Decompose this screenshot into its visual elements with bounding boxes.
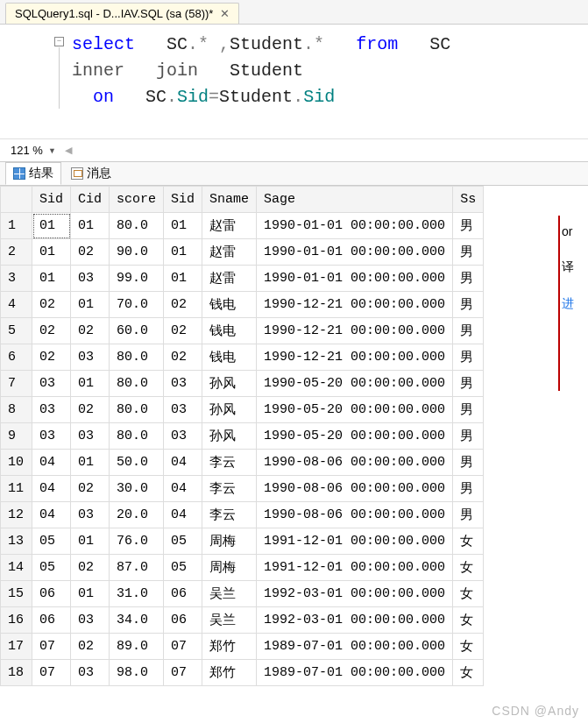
table-row[interactable]: 12040320.004李云1990-08-06 00:00:00.000男 <box>1 502 484 528</box>
close-icon[interactable]: ✕ <box>220 7 230 20</box>
data-cell[interactable]: 03 <box>32 397 71 423</box>
data-cell[interactable]: 赵雷 <box>202 213 257 239</box>
data-cell[interactable]: 钱电 <box>202 344 257 371</box>
table-row[interactable]: 7030180.003孙风1990-05-20 00:00:00.000男 <box>1 371 484 397</box>
data-cell[interactable]: 02 <box>32 344 71 371</box>
table-row[interactable]: 13050176.005周梅1991-12-01 00:00:00.000女 <box>1 528 484 555</box>
table-row[interactable]: 5020260.002钱电1990-12-21 00:00:00.000男 <box>1 318 484 344</box>
data-cell[interactable]: 01 <box>164 266 202 292</box>
data-cell[interactable]: 06 <box>164 607 202 634</box>
data-cell[interactable]: 60.0 <box>110 318 164 344</box>
nav-left-icon[interactable]: ◀ <box>65 145 72 156</box>
data-cell[interactable]: 80.0 <box>110 371 164 397</box>
data-cell[interactable]: 02 <box>71 555 110 581</box>
data-cell[interactable]: 男 <box>453 397 484 423</box>
data-cell[interactable]: 吴兰 <box>202 581 257 607</box>
data-cell[interactable]: 1991-12-01 00:00:00.000 <box>257 528 453 555</box>
data-cell[interactable]: 07 <box>32 634 71 660</box>
data-cell[interactable]: 女 <box>453 555 484 581</box>
data-cell[interactable]: 女 <box>453 528 484 555</box>
table-row[interactable]: 18070398.007郑竹1989-07-01 00:00:00.000女 <box>1 660 484 686</box>
data-cell[interactable]: 07 <box>164 660 202 686</box>
data-cell[interactable]: 05 <box>32 555 71 581</box>
data-cell[interactable]: 06 <box>164 581 202 607</box>
data-cell[interactable]: 04 <box>164 502 202 528</box>
data-cell[interactable]: 01 <box>32 266 71 292</box>
data-cell[interactable]: 1990-12-21 00:00:00.000 <box>257 344 453 371</box>
col-header[interactable]: Sid <box>164 187 202 213</box>
data-cell[interactable]: 04 <box>32 476 71 502</box>
data-cell[interactable]: 70.0 <box>110 292 164 318</box>
data-cell[interactable]: 03 <box>71 660 110 686</box>
data-cell[interactable]: 03 <box>164 371 202 397</box>
data-cell[interactable]: 06 <box>32 581 71 607</box>
data-cell[interactable]: 50.0 <box>110 450 164 476</box>
table-row[interactable]: 15060131.006吴兰1992-03-01 00:00:00.000女 <box>1 581 484 607</box>
data-cell[interactable]: 男 <box>453 318 484 344</box>
data-cell[interactable]: 03 <box>71 607 110 634</box>
data-cell[interactable]: 女 <box>453 660 484 686</box>
data-cell[interactable]: 周梅 <box>202 528 257 555</box>
data-cell[interactable]: 02 <box>71 397 110 423</box>
table-row[interactable]: 1010180.001赵雷1990-01-01 00:00:00.000男 <box>1 213 484 239</box>
fold-icon[interactable]: − <box>54 37 64 46</box>
zoom-level[interactable]: 121 % <box>9 144 45 157</box>
data-cell[interactable]: 周梅 <box>202 555 257 581</box>
data-cell[interactable]: 02 <box>32 318 71 344</box>
data-cell[interactable]: 女 <box>453 634 484 660</box>
data-cell[interactable]: 01 <box>32 213 71 239</box>
data-cell[interactable]: 男 <box>453 266 484 292</box>
data-cell[interactable]: 男 <box>453 476 484 502</box>
table-row[interactable]: 11040230.004李云1990-08-06 00:00:00.000男 <box>1 476 484 502</box>
data-cell[interactable]: 98.0 <box>110 660 164 686</box>
data-cell[interactable]: 03 <box>71 266 110 292</box>
data-cell[interactable]: 女 <box>453 607 484 634</box>
data-cell[interactable]: 03 <box>32 371 71 397</box>
data-cell[interactable]: 80.0 <box>110 423 164 450</box>
data-cell[interactable]: 钱电 <box>202 318 257 344</box>
data-cell[interactable]: 02 <box>164 292 202 318</box>
data-cell[interactable]: 03 <box>164 397 202 423</box>
data-cell[interactable]: 03 <box>164 423 202 450</box>
data-cell[interactable]: 01 <box>71 581 110 607</box>
data-cell[interactable]: 钱电 <box>202 292 257 318</box>
data-cell[interactable]: 1990-05-20 00:00:00.000 <box>257 423 453 450</box>
data-cell[interactable]: 03 <box>71 502 110 528</box>
data-cell[interactable]: 99.0 <box>110 266 164 292</box>
col-header[interactable]: Sage <box>257 187 453 213</box>
data-cell[interactable]: 1990-08-06 00:00:00.000 <box>257 476 453 502</box>
data-cell[interactable]: 1990-12-21 00:00:00.000 <box>257 292 453 318</box>
data-cell[interactable]: 89.0 <box>110 634 164 660</box>
data-cell[interactable]: 男 <box>453 502 484 528</box>
data-cell[interactable]: 06 <box>32 607 71 634</box>
data-cell[interactable]: 01 <box>71 213 110 239</box>
data-cell[interactable]: 02 <box>71 476 110 502</box>
data-cell[interactable]: 02 <box>32 292 71 318</box>
data-cell[interactable]: 1990-12-21 00:00:00.000 <box>257 318 453 344</box>
table-row[interactable]: 14050287.005周梅1991-12-01 00:00:00.000女 <box>1 555 484 581</box>
data-cell[interactable]: 赵雷 <box>202 239 257 266</box>
data-cell[interactable]: 1990-01-01 00:00:00.000 <box>257 213 453 239</box>
data-cell[interactable]: 07 <box>32 660 71 686</box>
data-cell[interactable]: 1990-08-06 00:00:00.000 <box>257 502 453 528</box>
data-cell[interactable]: 34.0 <box>110 607 164 634</box>
data-cell[interactable]: 男 <box>453 371 484 397</box>
data-cell[interactable]: 30.0 <box>110 476 164 502</box>
data-cell[interactable]: 01 <box>164 239 202 266</box>
data-cell[interactable]: 02 <box>71 239 110 266</box>
col-header[interactable]: Sid <box>32 187 71 213</box>
data-cell[interactable]: 03 <box>71 423 110 450</box>
data-cell[interactable]: 1992-03-01 00:00:00.000 <box>257 607 453 634</box>
table-row[interactable]: 10040150.004李云1990-08-06 00:00:00.000男 <box>1 450 484 476</box>
col-header[interactable]: Cid <box>71 187 110 213</box>
data-cell[interactable]: 04 <box>164 476 202 502</box>
data-cell[interactable]: 90.0 <box>110 239 164 266</box>
data-cell[interactable]: 76.0 <box>110 528 164 555</box>
data-cell[interactable]: 1990-08-06 00:00:00.000 <box>257 450 453 476</box>
data-cell[interactable]: 李云 <box>202 502 257 528</box>
data-cell[interactable]: 吴兰 <box>202 607 257 634</box>
data-cell[interactable]: 02 <box>164 344 202 371</box>
data-cell[interactable]: 女 <box>453 581 484 607</box>
data-cell[interactable]: 男 <box>453 344 484 371</box>
data-cell[interactable]: 赵雷 <box>202 266 257 292</box>
